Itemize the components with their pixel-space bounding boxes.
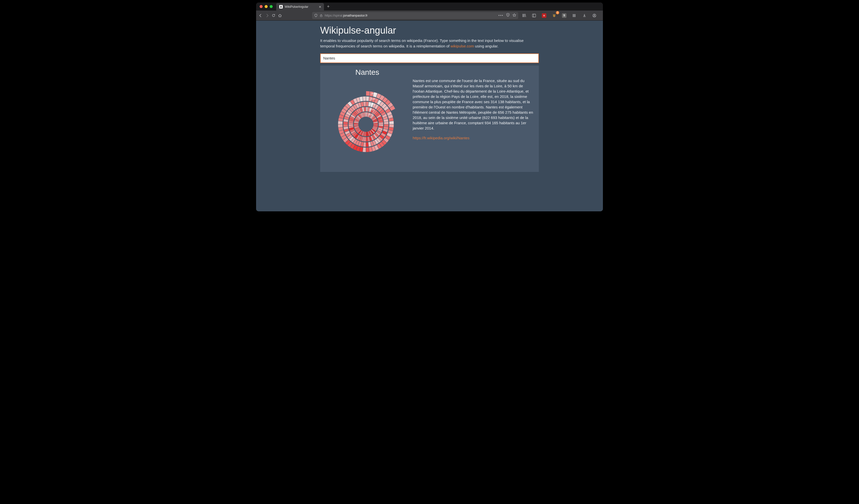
forward-button[interactable] [265,12,269,19]
tab-favicon: A [279,5,283,9]
home-button[interactable] [278,12,282,19]
svg-rect-1 [532,14,536,17]
tab-title: WikiPulseAngular [285,5,308,9]
wikipulse-link[interactable]: wikipulse.com [451,44,474,48]
page-intro: It enables to visualise popularity of se… [320,38,539,49]
account-icon[interactable] [591,12,598,19]
new-tab-button[interactable]: + [324,2,333,11]
result-card: Nantes 20172018201920202021 Nantes est u… [320,65,539,172]
browser-window: A WikiPulseAngular ✕ + https://spiral [256,2,603,211]
result-description: Nantes est une commune de l'ouest de la … [413,78,533,131]
reader-mode-icon[interactable] [506,13,510,18]
back-button[interactable] [259,12,262,19]
svg-text:2021: 2021 [371,92,376,95]
toolbar-extensions: υ 2 S [521,12,603,19]
svg-rect-0 [320,15,322,17]
page-content: Wikipulse-angular It enables to visualis… [320,25,539,196]
spiral-chart: 20172018201920202021 [326,78,406,162]
bookmark-star-icon[interactable] [512,13,516,18]
result-heading: Nantes [356,68,533,77]
svg-point-4 [594,15,595,16]
page-title: Wikipulse-angular [320,25,539,36]
downloads-icon[interactable] [581,12,588,19]
minimize-window-button[interactable] [265,5,268,8]
zoom-window-button[interactable] [270,5,273,8]
svg-text:2017: 2017 [368,113,373,116]
search-input[interactable] [320,53,539,63]
lock-icon [320,14,323,17]
menu-icon[interactable] [601,12,603,19]
extension-grid-icon[interactable] [571,12,577,19]
window-controls [256,2,276,11]
svg-text:2018: 2018 [369,108,374,110]
sidebar-icon[interactable] [531,12,537,19]
tab-strip: A WikiPulseAngular ✕ + [256,2,603,11]
svg-text:2019: 2019 [370,103,375,105]
shield-icon [314,14,318,17]
reload-button[interactable] [272,12,275,19]
browser-toolbar: https://spiral.jonathanpastor.fr ••• υ [256,11,603,20]
extension-ublock-icon[interactable]: υ [541,12,547,19]
close-window-button[interactable] [260,5,262,8]
extension-badge: 2 [556,11,559,14]
extension-bee-icon[interactable]: 2 [551,12,557,19]
page-viewport: Wikipulse-angular It enables to visualis… [256,20,603,211]
url-text: https://spiral.jonathanpastor.fr [325,14,496,17]
wikipedia-link[interactable]: https://fr.wikipedia.org/wiki/Nantes [413,135,533,141]
library-icon[interactable] [521,12,527,19]
browser-tab[interactable]: A WikiPulseAngular ✕ [276,3,324,11]
page-actions-icon[interactable]: ••• [498,14,503,17]
close-tab-button[interactable]: ✕ [319,5,321,9]
address-bar[interactable]: https://spiral.jonathanpastor.fr ••• [312,12,518,19]
extension-s-icon[interactable]: S [561,12,568,19]
svg-text:2020: 2020 [371,97,375,100]
